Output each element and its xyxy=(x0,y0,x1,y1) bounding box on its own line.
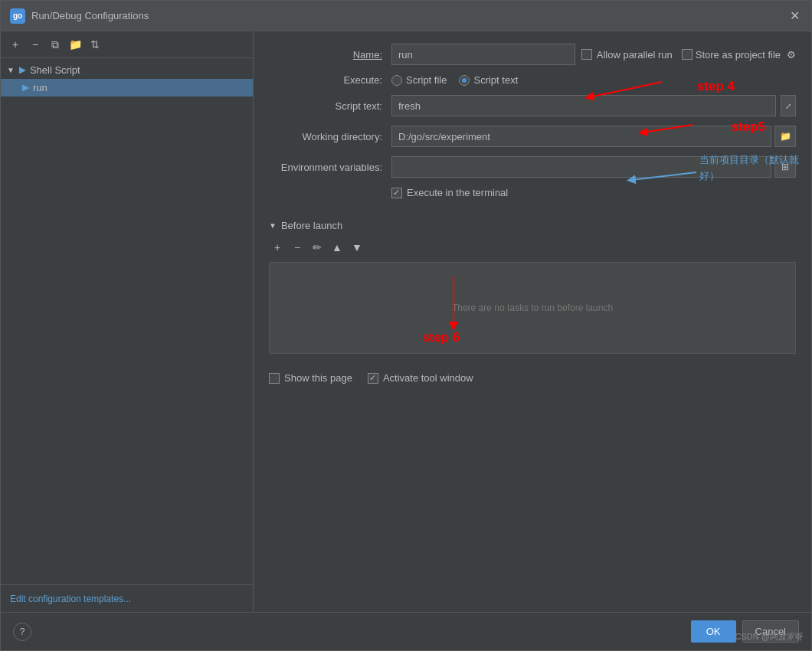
env-vars-label: Environment variables: xyxy=(269,162,391,173)
env-vars-row: Environment variables: ⊞ xyxy=(269,156,796,178)
expand-script-button[interactable]: ⤢ xyxy=(781,95,796,116)
content-area: + − ⧉ 📁 ⇅ ▼ ▶ Shell Script ▶ run xyxy=(1,31,811,612)
env-vars-input[interactable] xyxy=(391,156,771,178)
sidebar: + − ⧉ 📁 ⇅ ▼ ▶ Shell Script ▶ run xyxy=(1,31,254,612)
script-text-label: Script text: xyxy=(269,100,391,112)
execute-terminal-checkbox[interactable] xyxy=(391,188,402,198)
store-project-container: Store as project file ⚙ xyxy=(682,49,796,61)
env-vars-button[interactable]: ⊞ xyxy=(774,156,796,178)
watermark: CSDN @阿波罗呀 xyxy=(735,631,804,643)
dialog-footer: ? OK Cancel xyxy=(1,612,811,650)
execute-terminal-label[interactable]: Execute in the terminal xyxy=(391,187,508,198)
script-text-radio[interactable] xyxy=(459,75,470,86)
script-file-radio[interactable] xyxy=(391,75,402,86)
working-dir-input-group: 📁 xyxy=(391,126,796,147)
add-task-button[interactable]: + xyxy=(269,239,286,256)
copy-config-button[interactable]: ⧉ xyxy=(47,36,64,53)
env-vars-input-group: ⊞ xyxy=(391,156,796,178)
name-input[interactable] xyxy=(391,44,575,65)
close-button[interactable]: ✕ xyxy=(790,10,802,22)
ok-button[interactable]: OK xyxy=(691,620,736,643)
activate-tool-checkbox[interactable] xyxy=(368,373,378,384)
footer-left: ? xyxy=(13,623,31,641)
run-icon: ▶ xyxy=(22,83,28,93)
allow-parallel-checkbox[interactable] xyxy=(581,49,592,60)
working-dir-row: Working directory: 📁 xyxy=(269,126,796,147)
before-launch-toolbar: + − ✏ ▲ ▼ xyxy=(269,239,796,256)
browse-dir-button[interactable]: 📁 xyxy=(774,126,796,147)
run-item-label: run xyxy=(33,82,47,93)
expand-icon: ▼ xyxy=(7,66,15,74)
remove-task-button[interactable]: − xyxy=(289,239,306,256)
go-icon: go xyxy=(10,8,25,24)
before-launch-section: ▼ Before launch xyxy=(269,220,796,231)
sidebar-toolbar: + − ⧉ 📁 ⇅ xyxy=(1,31,253,58)
move-up-button[interactable]: ▲ xyxy=(329,239,345,256)
before-launch-area: There are no tasks to run before launch xyxy=(269,262,796,354)
no-tasks-label: There are no tasks to run before launch xyxy=(452,303,613,313)
config-tree: ▼ ▶ Shell Script ▶ run xyxy=(1,58,253,584)
show-page-label[interactable]: Show this page xyxy=(269,372,352,384)
gear-icon[interactable]: ⚙ xyxy=(787,49,796,61)
edit-templates-link[interactable]: Edit configuration templates... xyxy=(10,594,131,604)
bottom-checkboxes: Show this page Activate tool window xyxy=(269,372,796,384)
script-file-radio-label[interactable]: Script file xyxy=(391,74,447,86)
script-text-input[interactable] xyxy=(391,95,776,116)
help-button[interactable]: ? xyxy=(13,623,31,641)
before-launch-label: Before launch xyxy=(281,220,342,231)
folder-button[interactable]: 📁 xyxy=(67,36,83,53)
collapse-icon[interactable]: ▼ xyxy=(269,221,277,230)
sort-button[interactable]: ⇅ xyxy=(87,36,103,53)
run-config-item[interactable]: ▶ run xyxy=(1,79,253,97)
dialog-title: Run/Debug Configurations xyxy=(31,10,149,21)
script-text-row: Script text: ⤢ xyxy=(269,95,796,116)
execute-terminal-row: Execute in the terminal xyxy=(391,187,796,198)
sidebar-footer: Edit configuration templates... xyxy=(1,584,253,612)
store-project-checkbox[interactable] xyxy=(682,49,692,60)
activate-tool-label[interactable]: Activate tool window xyxy=(368,372,473,384)
allow-parallel-label[interactable]: Allow parallel run xyxy=(581,49,673,61)
working-dir-input[interactable] xyxy=(391,126,771,147)
execute-radio-group: Script file Script text xyxy=(391,74,518,86)
run-debug-dialog: go Run/Debug Configurations ✕ + − ⧉ 📁 ⇅ … xyxy=(0,0,812,651)
script-text-radio-label[interactable]: Script text xyxy=(459,74,518,86)
name-label: Name: xyxy=(269,49,391,61)
working-dir-label: Working directory: xyxy=(269,131,391,142)
title-bar: go Run/Debug Configurations ✕ xyxy=(1,1,811,31)
show-page-checkbox[interactable] xyxy=(269,373,280,384)
move-down-button[interactable]: ▼ xyxy=(349,239,365,256)
title-bar-left: go Run/Debug Configurations xyxy=(10,8,149,24)
name-row: Name: Allow parallel run Store as projec… xyxy=(269,44,796,65)
execute-label: Execute: xyxy=(269,74,391,86)
main-panel: Name: Allow parallel run Store as projec… xyxy=(254,31,811,612)
shell-icon: ▶ xyxy=(19,65,25,75)
shell-script-group: ▼ ▶ Shell Script ▶ run xyxy=(1,58,253,100)
script-text-input-group: ⤢ xyxy=(391,95,796,116)
remove-config-button[interactable]: − xyxy=(27,36,44,53)
group-label: Shell Script xyxy=(30,64,80,76)
execute-row: Execute: Script file Script text xyxy=(269,74,796,86)
edit-task-button[interactable]: ✏ xyxy=(309,239,326,256)
shell-script-header[interactable]: ▼ ▶ Shell Script xyxy=(1,61,253,79)
add-config-button[interactable]: + xyxy=(7,36,24,53)
